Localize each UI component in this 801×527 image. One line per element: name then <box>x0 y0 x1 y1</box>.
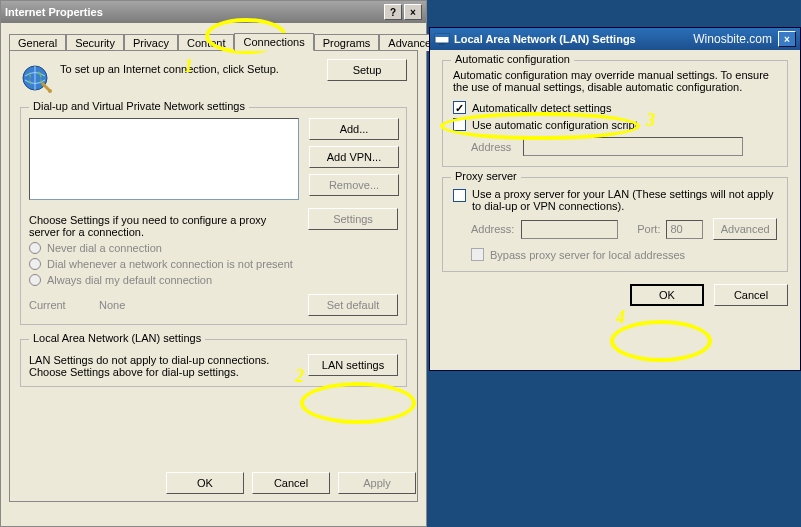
apply-button[interactable]: Apply <box>338 472 416 494</box>
ok-button[interactable]: OK <box>166 472 244 494</box>
lan-title: Local Area Network (LAN) Settings <box>454 33 636 45</box>
setup-button[interactable]: Setup <box>327 59 407 81</box>
tab-security[interactable]: Security <box>66 34 124 51</box>
current-value: None <box>99 299 125 311</box>
tab-privacy[interactable]: Privacy <box>124 34 178 51</box>
auto-detect-label: Automatically detect settings <box>472 102 611 114</box>
settings-button[interactable]: Settings <box>308 208 398 230</box>
lan-settings-button[interactable]: LAN settings <box>308 354 398 376</box>
add-vpn-button[interactable]: Add VPN... <box>309 146 399 168</box>
annotation-2-label: 2 <box>295 366 304 387</box>
connections-listbox[interactable] <box>29 118 299 200</box>
svg-rect-3 <box>435 34 449 37</box>
globe-icon <box>20 63 52 95</box>
auto-legend: Automatic configuration <box>451 53 574 65</box>
radio-icon <box>29 258 41 270</box>
proxy-fieldset: Proxy server Use a proxy server for your… <box>442 177 788 272</box>
radio-when[interactable]: Dial whenever a network connection is no… <box>29 258 398 270</box>
dialup-fieldset: Dial-up and Virtual Private Network sett… <box>20 107 407 325</box>
internet-properties-window: Internet Properties ? × General Security… <box>0 0 427 527</box>
ip-titlebar: Internet Properties ? × <box>1 1 426 23</box>
radio-never[interactable]: Never dial a connection <box>29 242 398 254</box>
ip-tabstrip: General Security Privacy Content Connect… <box>9 29 418 50</box>
auto-config-fieldset: Automatic configuration Automatic config… <box>442 60 788 167</box>
auto-desc: Automatic configuration may override man… <box>453 69 777 93</box>
lan-settings-window: Local Area Network (LAN) Settings Winosb… <box>429 27 801 371</box>
advanced-button[interactable]: Advanced <box>713 218 777 240</box>
tab-content[interactable]: Content <box>178 34 235 51</box>
radio-icon <box>29 242 41 254</box>
proxy-address-label: Address: <box>471 223 521 235</box>
radio-never-label: Never dial a connection <box>47 242 162 254</box>
dialup-legend: Dial-up and Virtual Private Network sett… <box>29 100 249 112</box>
current-label: Current <box>29 299 99 311</box>
bypass-label: Bypass proxy server for local addresses <box>490 249 685 261</box>
svg-rect-4 <box>439 43 445 45</box>
radio-when-label: Dial whenever a network connection is no… <box>47 258 293 270</box>
radio-icon <box>29 274 41 286</box>
add-button[interactable]: Add... <box>309 118 399 140</box>
lan-titlebar: Local Area Network (LAN) Settings Winosb… <box>430 28 800 50</box>
tab-connections[interactable]: Connections <box>234 33 313 51</box>
bypass-checkbox[interactable] <box>471 248 484 261</box>
annotation-4-label: 4 <box>616 307 625 328</box>
use-proxy-checkbox[interactable] <box>453 189 466 202</box>
radio-always[interactable]: Always dial my default connection <box>29 274 398 286</box>
svg-point-1 <box>48 89 52 93</box>
lan-fieldset: Local Area Network (LAN) settings LAN Se… <box>20 339 407 387</box>
script-address-input[interactable] <box>523 137 743 156</box>
script-address-label: Address <box>471 141 523 153</box>
auto-detect-checkbox[interactable]: ✓ <box>453 101 466 114</box>
cancel-button[interactable]: Cancel <box>252 472 330 494</box>
annotation-1-label: 1 <box>184 56 193 77</box>
connections-panel: To set up an Internet connection, click … <box>9 50 418 502</box>
ip-title: Internet Properties <box>5 6 382 18</box>
setup-text: To set up an Internet connection, click … <box>60 59 327 75</box>
tab-general[interactable]: General <box>9 34 66 51</box>
lan-cancel-button[interactable]: Cancel <box>714 284 788 306</box>
proxy-port-input[interactable]: 80 <box>666 220 703 239</box>
use-script-checkbox[interactable] <box>453 118 466 131</box>
lan-window-icon <box>434 31 450 47</box>
choose-settings-text: Choose Settings if you need to configure… <box>29 214 298 238</box>
use-script-label: Use automatic configuration script <box>472 119 638 131</box>
tab-programs[interactable]: Programs <box>314 34 380 51</box>
brand-watermark: Winosbite.com <box>693 32 772 46</box>
annotation-3-label: 3 <box>646 110 655 131</box>
radio-always-label: Always dial my default connection <box>47 274 212 286</box>
lan-close-button[interactable]: × <box>778 31 796 47</box>
use-proxy-label: Use a proxy server for your LAN (These s… <box>472 188 777 212</box>
close-button[interactable]: × <box>404 4 422 20</box>
set-default-button[interactable]: Set default <box>308 294 398 316</box>
proxy-port-label: Port: <box>628 223 661 235</box>
lan-legend: Local Area Network (LAN) settings <box>29 332 205 344</box>
proxy-legend: Proxy server <box>451 170 521 182</box>
remove-button[interactable]: Remove... <box>309 174 399 196</box>
help-button[interactable]: ? <box>384 4 402 20</box>
lan-desc: LAN Settings do not apply to dial-up con… <box>29 354 298 378</box>
proxy-address-input[interactable] <box>521 220 618 239</box>
lan-ok-button[interactable]: OK <box>630 284 704 306</box>
